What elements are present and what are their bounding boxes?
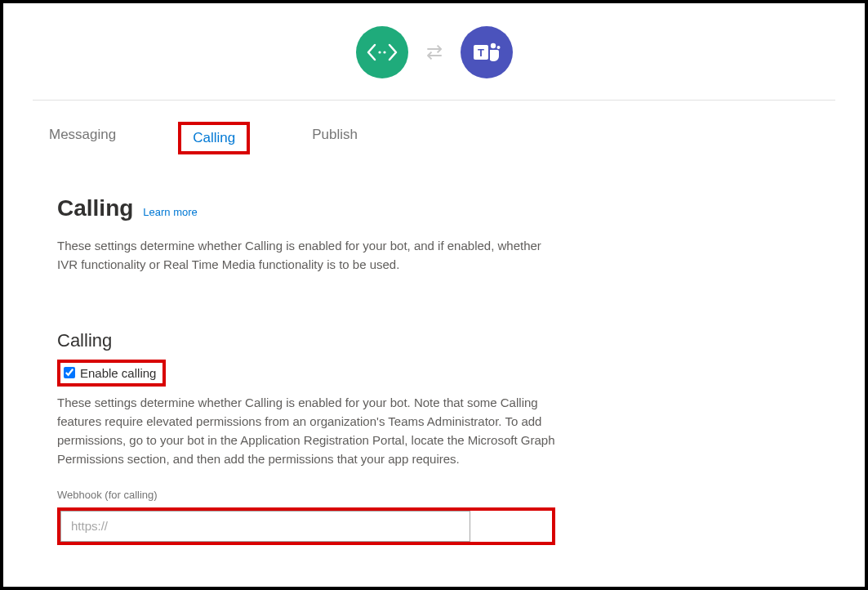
enable-calling-label[interactable]: Enable calling [80,366,156,380]
section-description: These settings determine whether Calling… [57,236,555,275]
svg-point-1 [383,51,385,53]
section-title: Calling [57,195,133,221]
svg-text:T: T [478,47,484,59]
channel-connector-header: ⇄ T [33,18,835,100]
webhook-url-input[interactable] [60,511,470,542]
enable-calling-checkbox[interactable] [64,367,75,378]
swap-arrows-icon: ⇄ [426,42,443,62]
learn-more-link[interactable]: Learn more [143,206,197,218]
code-bot-icon [356,26,408,78]
calling-subsection-description: These settings determine whether Calling… [57,393,555,469]
tab-publish[interactable]: Publish [300,122,369,154]
webhook-field-label: Webhook (for calling) [57,489,555,501]
tab-calling[interactable]: Calling [178,122,250,154]
tab-bar: Messaging Calling Publish [33,101,835,163]
svg-point-0 [378,51,381,53]
svg-point-5 [496,46,500,49]
enable-calling-row: Enable calling [57,360,166,387]
tab-messaging[interactable]: Messaging [38,122,127,154]
calling-subsection-title: Calling [57,330,555,351]
calling-settings-panel: Calling Learn more These settings determ… [33,163,555,545]
svg-point-4 [490,43,495,48]
microsoft-teams-icon: T [461,26,513,78]
